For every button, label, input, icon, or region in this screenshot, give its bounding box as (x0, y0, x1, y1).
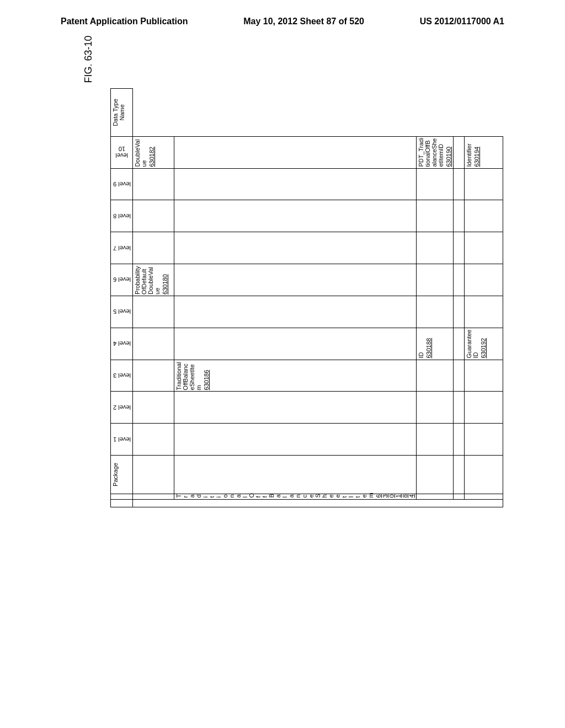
table-row (454, 89, 465, 507)
cell-l8 (465, 232, 503, 264)
cell-l9 (174, 200, 417, 232)
cell-datatype (454, 136, 465, 168)
cell-l7 (465, 264, 503, 296)
cell-l6 (454, 296, 465, 328)
cell-l3 (465, 392, 503, 424)
table-row: ID 630188 PDT_TraditionalOffBalanceSheet… (417, 89, 454, 507)
pkg-outer-cell (111, 499, 133, 507)
cell-l6 (465, 296, 503, 328)
cell-l7: ProbabilityOfDefaultDoubleValue 630180 (133, 264, 174, 296)
cell-l5 (174, 328, 417, 360)
page-header: Patent Application Publication May 10, 2… (0, 0, 565, 32)
cell-l2 (174, 424, 417, 456)
figure-label: FIG. 63-10 (83, 35, 94, 83)
col-level5: level 5 (111, 296, 133, 328)
cell-ref: 630194 (473, 138, 480, 167)
col-level4: level 4 (111, 328, 133, 360)
header-center: May 10, 2012 Sheet 87 of 520 (243, 17, 364, 26)
cell-l5: GuaranteeID 630192 (465, 328, 503, 360)
col-level2: level 2 (111, 392, 133, 424)
cell-l4 (133, 360, 174, 392)
cell-l9 (454, 200, 465, 232)
cell-l1 (133, 456, 174, 494)
cell-l6 (174, 296, 417, 328)
cell-l1 (454, 456, 465, 494)
cell-l10 (417, 168, 454, 200)
cell-l7 (454, 264, 465, 296)
cell-l5: ID 630188 (417, 328, 454, 360)
data-table: Package level 1 level 2 level 3 level 4 … (110, 88, 503, 507)
pkg-pad-cell (133, 499, 503, 507)
figure-wrapper: Package level 1 level 2 level 3 level 4 … (110, 88, 425, 507)
table-row: GuaranteeID 630192 Identifier 630194 (465, 89, 503, 507)
cell-ref: 630188 (425, 329, 432, 358)
cell-ref: 630180 (162, 265, 168, 295)
col-package: Package (111, 456, 133, 494)
cell-package (417, 494, 454, 499)
cell-ref: 630192 (480, 329, 487, 358)
table-row: TraditionalOffBalanceSheetItem 630184 Tr… (174, 89, 417, 507)
rotated-container: Package level 1 level 2 level 3 level 4 … (110, 88, 425, 507)
cell-l1 (417, 456, 454, 494)
cell-text: ProbabilityOfDefaultDoubleValue (134, 266, 161, 295)
cell-l8 (133, 232, 174, 264)
cell-l10 (133, 168, 174, 200)
cell-l10 (174, 168, 417, 200)
cell-datatype: Identifier 630194 (465, 136, 503, 168)
cell-l2 (417, 424, 454, 456)
cell-ref: 630182 (148, 138, 155, 167)
cell-l2 (133, 424, 174, 456)
cell-package (133, 494, 174, 499)
col-level10: level 10 (111, 136, 133, 168)
cell-text: PDT_TraditionalOffBalanceSheetItemID (418, 138, 444, 167)
cell-l6 (417, 296, 454, 328)
cell-package (454, 494, 465, 499)
cell-l5 (454, 328, 465, 360)
cell-l2 (454, 424, 465, 456)
cell-l10 (465, 168, 503, 200)
cell-l4 (465, 360, 503, 392)
cell-l2 (465, 424, 503, 456)
cell-l9 (133, 200, 174, 232)
cell-l8 (417, 232, 454, 264)
cell-l1 (174, 456, 417, 494)
cell-l9 (465, 200, 503, 232)
col-level6: level 6 (111, 264, 133, 296)
cell-l4 (417, 360, 454, 392)
cell-l1 (465, 456, 503, 494)
cell-package (465, 494, 503, 499)
cell-l4 (454, 360, 465, 392)
col-level1: level 1 (111, 424, 133, 456)
cell-l3 (133, 392, 174, 424)
cell-ref: 630190 (445, 138, 452, 167)
cell-l3 (454, 392, 465, 424)
header-left: Patent Application Publication (61, 17, 188, 26)
cell-datatype (174, 136, 417, 168)
col-level9: level 9 (111, 168, 133, 200)
cell-l8 (454, 232, 465, 264)
cell-text: TraditionalOffBalanceSheetItem (175, 362, 202, 390)
cell-l3 (174, 392, 417, 424)
col-level3: level 3 (111, 360, 133, 392)
col-level8: level 8 (111, 200, 133, 232)
pkg-pad-header (111, 494, 133, 499)
cell-l7 (174, 264, 417, 296)
cell-text: GuaranteeID (466, 330, 479, 358)
cell-l10 (454, 168, 465, 200)
cell-datatype: DoubleValue 630182 (133, 136, 174, 168)
cell-ref: 630186 (203, 361, 210, 390)
cell-l9 (417, 200, 454, 232)
cell-text: Identifier (466, 143, 472, 167)
cell-l7 (417, 264, 454, 296)
header-right: US 2012/0117000 A1 (420, 17, 504, 26)
cell-text: DoubleValue (134, 140, 147, 167)
cell-l4: TraditionalOffBalanceSheetItem 630186 (174, 360, 417, 392)
cell-l3 (417, 392, 454, 424)
cell-text: ID (418, 352, 424, 358)
table-header-row: Package level 1 level 2 level 3 level 4 … (111, 89, 133, 507)
table-row: ProbabilityOfDefaultDoubleValue 630180 D… (133, 89, 174, 507)
cell-l5 (133, 328, 174, 360)
col-datatype: Data Type Name (111, 89, 133, 137)
cell-l8 (174, 232, 417, 264)
cell-ref: 630184 (375, 495, 415, 498)
